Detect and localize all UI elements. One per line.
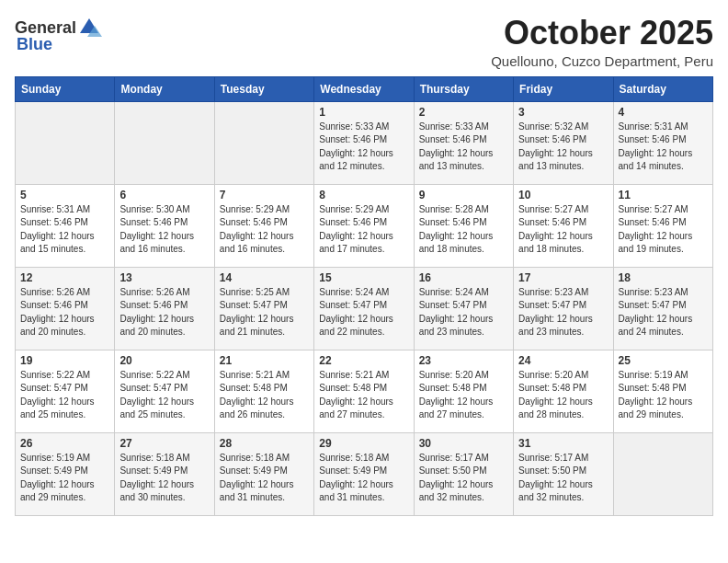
- calendar-cell: 16Sunrise: 5:24 AM Sunset: 5:47 PM Dayli…: [414, 267, 513, 350]
- day-info: Sunrise: 5:19 AM Sunset: 5:49 PM Dayligh…: [20, 452, 109, 505]
- calendar-cell: 13Sunrise: 5:26 AM Sunset: 5:46 PM Dayli…: [115, 267, 214, 350]
- calendar-cell: [16, 101, 115, 184]
- day-number: 20: [119, 354, 209, 367]
- day-info: Sunrise: 5:27 AM Sunset: 5:46 PM Dayligh…: [518, 203, 608, 257]
- calendar-cell: [115, 101, 214, 184]
- calendar-cell: 8Sunrise: 5:29 AM Sunset: 5:46 PM Daylig…: [314, 184, 414, 267]
- calendar-cell: 3Sunrise: 5:32 AM Sunset: 5:46 PM Daylig…: [514, 101, 613, 184]
- weekday-header: Thursday: [414, 76, 513, 101]
- calendar-cell: 23Sunrise: 5:20 AM Sunset: 5:48 PM Dayli…: [414, 350, 513, 432]
- day-info: Sunrise: 5:20 AM Sunset: 5:48 PM Dayligh…: [518, 369, 608, 422]
- day-info: Sunrise: 5:17 AM Sunset: 5:50 PM Dayligh…: [419, 452, 508, 505]
- day-number: 8: [319, 189, 408, 201]
- day-info: Sunrise: 5:21 AM Sunset: 5:48 PM Dayligh…: [220, 369, 309, 422]
- calendar-cell: 5Sunrise: 5:31 AM Sunset: 5:46 PM Daylig…: [16, 184, 115, 267]
- calendar-cell: 31Sunrise: 5:17 AM Sunset: 5:50 PM Dayli…: [514, 432, 613, 515]
- calendar-cell: 29Sunrise: 5:18 AM Sunset: 5:49 PM Dayli…: [314, 432, 414, 515]
- day-info: Sunrise: 5:24 AM Sunset: 5:47 PM Dayligh…: [319, 286, 408, 339]
- weekday-header: Tuesday: [214, 76, 313, 101]
- calendar-cell: 30Sunrise: 5:17 AM Sunset: 5:50 PM Dayli…: [414, 432, 513, 515]
- day-number: 15: [319, 271, 408, 284]
- day-info: Sunrise: 5:32 AM Sunset: 5:46 PM Dayligh…: [518, 121, 608, 174]
- day-number: 31: [518, 437, 608, 450]
- logo: General Blue: [15, 15, 102, 54]
- page-header: General Blue October 2025 Quellouno, Cuz…: [15, 15, 713, 69]
- calendar-cell: 9Sunrise: 5:28 AM Sunset: 5:46 PM Daylig…: [414, 184, 513, 267]
- calendar-title: October 2025: [491, 15, 713, 52]
- day-info: Sunrise: 5:23 AM Sunset: 5:47 PM Dayligh…: [619, 286, 708, 339]
- day-number: 1: [319, 106, 408, 119]
- day-number: 13: [119, 271, 209, 284]
- calendar-week-row: 19Sunrise: 5:22 AM Sunset: 5:47 PM Dayli…: [16, 350, 713, 432]
- calendar-week-row: 5Sunrise: 5:31 AM Sunset: 5:46 PM Daylig…: [16, 184, 713, 267]
- day-info: Sunrise: 5:19 AM Sunset: 5:48 PM Dayligh…: [619, 369, 708, 422]
- weekday-header-row: SundayMondayTuesdayWednesdayThursdayFrid…: [16, 76, 713, 101]
- logo-icon: [76, 15, 102, 40]
- day-info: Sunrise: 5:26 AM Sunset: 5:46 PM Dayligh…: [119, 286, 209, 339]
- day-number: 10: [518, 189, 608, 201]
- calendar-week-row: 1Sunrise: 5:33 AM Sunset: 5:46 PM Daylig…: [16, 101, 713, 184]
- calendar-cell: 2Sunrise: 5:33 AM Sunset: 5:46 PM Daylig…: [414, 101, 513, 184]
- day-number: 2: [419, 106, 508, 119]
- day-info: Sunrise: 5:29 AM Sunset: 5:46 PM Dayligh…: [220, 203, 309, 257]
- day-info: Sunrise: 5:31 AM Sunset: 5:46 PM Dayligh…: [619, 121, 708, 174]
- day-number: 26: [20, 437, 109, 450]
- calendar-cell: 28Sunrise: 5:18 AM Sunset: 5:49 PM Dayli…: [214, 432, 313, 515]
- day-number: 12: [20, 271, 109, 284]
- day-number: 18: [619, 271, 708, 284]
- calendar-week-row: 12Sunrise: 5:26 AM Sunset: 5:46 PM Dayli…: [16, 267, 713, 350]
- calendar-cell: 7Sunrise: 5:29 AM Sunset: 5:46 PM Daylig…: [214, 184, 313, 267]
- calendar-table: SundayMondayTuesdayWednesdayThursdayFrid…: [15, 76, 713, 516]
- calendar-cell: 24Sunrise: 5:20 AM Sunset: 5:48 PM Dayli…: [514, 350, 613, 432]
- day-info: Sunrise: 5:30 AM Sunset: 5:46 PM Dayligh…: [119, 203, 209, 257]
- day-number: 4: [619, 106, 708, 119]
- weekday-header: Friday: [514, 76, 613, 101]
- day-info: Sunrise: 5:22 AM Sunset: 5:47 PM Dayligh…: [119, 369, 209, 422]
- calendar-cell: 27Sunrise: 5:18 AM Sunset: 5:49 PM Dayli…: [115, 432, 214, 515]
- day-number: 24: [518, 354, 608, 367]
- calendar-cell: 11Sunrise: 5:27 AM Sunset: 5:46 PM Dayli…: [613, 184, 712, 267]
- calendar-cell: 14Sunrise: 5:25 AM Sunset: 5:47 PM Dayli…: [214, 267, 313, 350]
- day-number: 27: [119, 437, 209, 450]
- day-number: 22: [319, 354, 408, 367]
- calendar-subtitle: Quellouno, Cuzco Department, Peru: [491, 53, 713, 69]
- day-info: Sunrise: 5:17 AM Sunset: 5:50 PM Dayligh…: [518, 452, 608, 505]
- calendar-cell: 22Sunrise: 5:21 AM Sunset: 5:48 PM Dayli…: [314, 350, 414, 432]
- day-info: Sunrise: 5:18 AM Sunset: 5:49 PM Dayligh…: [119, 452, 209, 505]
- day-number: 5: [20, 189, 109, 201]
- calendar-cell: 20Sunrise: 5:22 AM Sunset: 5:47 PM Dayli…: [115, 350, 214, 432]
- day-number: 21: [220, 354, 309, 367]
- day-number: 14: [220, 271, 309, 284]
- calendar-cell: [214, 101, 313, 184]
- day-number: 7: [220, 189, 309, 201]
- day-number: 11: [619, 189, 708, 201]
- title-block: October 2025 Quellouno, Cuzco Department…: [491, 15, 713, 69]
- day-info: Sunrise: 5:31 AM Sunset: 5:46 PM Dayligh…: [20, 203, 109, 257]
- day-number: 9: [419, 189, 508, 201]
- weekday-header: Saturday: [613, 76, 712, 101]
- day-number: 17: [518, 271, 608, 284]
- day-info: Sunrise: 5:25 AM Sunset: 5:47 PM Dayligh…: [220, 286, 309, 339]
- weekday-header: Sunday: [16, 76, 115, 101]
- calendar-cell: 10Sunrise: 5:27 AM Sunset: 5:46 PM Dayli…: [514, 184, 613, 267]
- calendar-week-row: 26Sunrise: 5:19 AM Sunset: 5:49 PM Dayli…: [16, 432, 713, 515]
- calendar-cell: 18Sunrise: 5:23 AM Sunset: 5:47 PM Dayli…: [613, 267, 712, 350]
- day-number: 28: [220, 437, 309, 450]
- day-number: 25: [619, 354, 708, 367]
- day-info: Sunrise: 5:20 AM Sunset: 5:48 PM Dayligh…: [419, 369, 508, 422]
- weekday-header: Monday: [115, 76, 214, 101]
- day-number: 30: [419, 437, 508, 450]
- day-info: Sunrise: 5:21 AM Sunset: 5:48 PM Dayligh…: [319, 369, 408, 422]
- day-number: 3: [518, 106, 608, 119]
- day-info: Sunrise: 5:27 AM Sunset: 5:46 PM Dayligh…: [619, 203, 708, 257]
- calendar-cell: [613, 432, 712, 515]
- day-number: 19: [20, 354, 109, 367]
- day-number: 29: [319, 437, 408, 450]
- calendar-cell: 17Sunrise: 5:23 AM Sunset: 5:47 PM Dayli…: [514, 267, 613, 350]
- calendar-cell: 4Sunrise: 5:31 AM Sunset: 5:46 PM Daylig…: [613, 101, 712, 184]
- calendar-cell: 25Sunrise: 5:19 AM Sunset: 5:48 PM Dayli…: [613, 350, 712, 432]
- day-number: 6: [119, 189, 209, 201]
- calendar-cell: 21Sunrise: 5:21 AM Sunset: 5:48 PM Dayli…: [214, 350, 313, 432]
- day-info: Sunrise: 5:24 AM Sunset: 5:47 PM Dayligh…: [419, 286, 508, 339]
- calendar-cell: 1Sunrise: 5:33 AM Sunset: 5:46 PM Daylig…: [314, 101, 414, 184]
